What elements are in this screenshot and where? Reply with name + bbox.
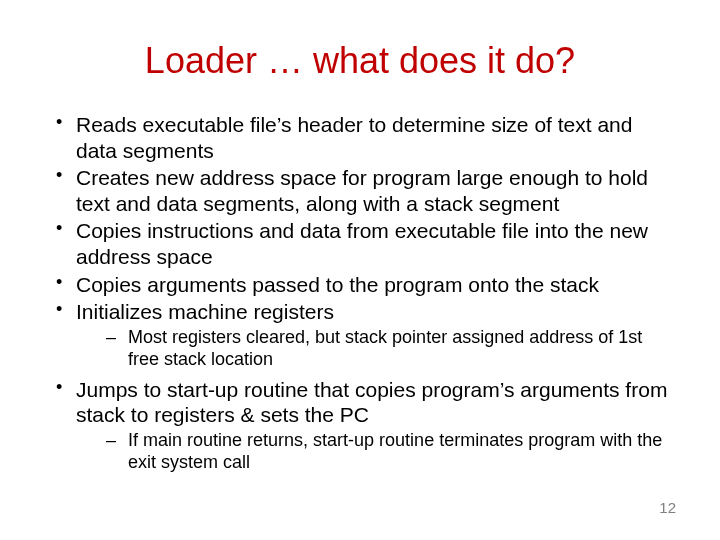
list-item-text: Initializes machine registers: [76, 300, 334, 323]
list-item: Jumps to start-up routine that copies pr…: [48, 377, 672, 474]
sub-bullet-list: If main routine returns, start-up routin…: [76, 430, 672, 474]
list-item: Reads executable file’s header to determ…: [48, 112, 672, 163]
list-item: Initializes machine registers Most regis…: [48, 299, 672, 371]
sub-list-item: If main routine returns, start-up routin…: [76, 430, 672, 474]
list-item: Copies instructions and data from execut…: [48, 218, 672, 269]
sub-bullet-list: Most registers cleared, but stack pointe…: [76, 327, 672, 371]
bullet-list: Reads executable file’s header to determ…: [48, 112, 672, 474]
slide-title: Loader … what does it do?: [48, 40, 672, 82]
sub-list-item: Most registers cleared, but stack pointe…: [76, 327, 672, 371]
list-item: Creates new address space for program la…: [48, 165, 672, 216]
list-item: Copies arguments passed to the program o…: [48, 272, 672, 298]
page-number: 12: [659, 499, 676, 516]
list-item-text: Jumps to start-up routine that copies pr…: [76, 378, 667, 427]
